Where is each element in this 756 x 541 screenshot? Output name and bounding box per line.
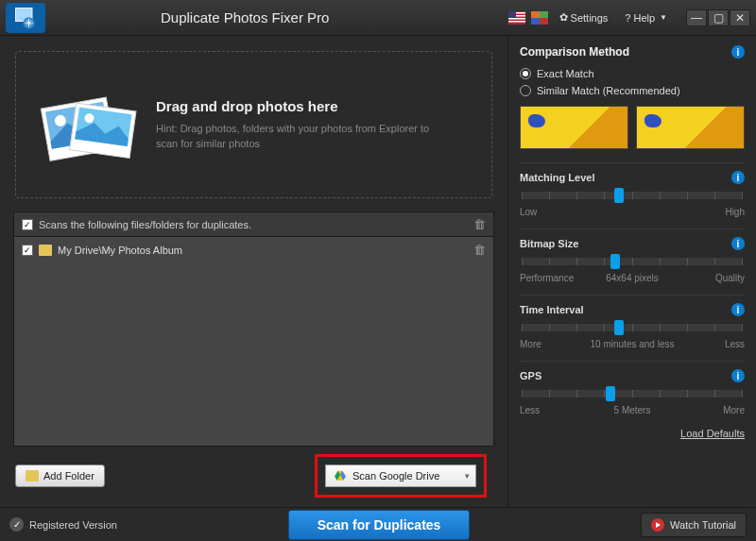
question-icon: ? bbox=[625, 12, 630, 24]
settings-panel: Comparison Method i Exact Match Similar … bbox=[507, 36, 756, 507]
svg-rect-9 bbox=[540, 11, 548, 18]
photos-stack-icon bbox=[35, 82, 139, 167]
folder-icon bbox=[26, 470, 39, 482]
radio-icon bbox=[520, 68, 531, 79]
bitmap-size-slider[interactable] bbox=[522, 258, 743, 265]
item-checkbox[interactable]: ✓ bbox=[22, 245, 33, 256]
svg-rect-10 bbox=[531, 18, 540, 25]
slider-knob[interactable] bbox=[610, 254, 620, 269]
watch-tutorial-label: Watch Tutorial bbox=[670, 519, 736, 531]
help-button[interactable]: ?Help▼ bbox=[619, 10, 673, 25]
check-icon: ✓ bbox=[9, 517, 24, 532]
thumb-1 bbox=[520, 106, 628, 149]
close-button[interactable]: ✕ bbox=[730, 9, 750, 26]
thumb-2 bbox=[636, 106, 745, 149]
drop-zone[interactable]: Drag and drop photos here Hint: Drag pho… bbox=[15, 51, 492, 198]
similar-match-radio[interactable]: Similar Match (Recommended) bbox=[520, 85, 745, 96]
google-drive-icon bbox=[334, 469, 347, 482]
select-all-checkbox[interactable]: ✓ bbox=[22, 219, 33, 230]
trash-icon[interactable]: 🗑 bbox=[473, 217, 486, 231]
highlight-annotation: Scan Google Drive bbox=[315, 454, 487, 498]
bitmap-size-setting: Bitmap Sizei Performance64x64 pixelsQual… bbox=[520, 228, 745, 283]
drop-heading: Drag and drop photos here bbox=[156, 98, 439, 114]
drop-text: Drag and drop photos here Hint: Drag pho… bbox=[156, 98, 439, 151]
matching-level-slider[interactable] bbox=[522, 192, 743, 199]
watch-tutorial-button[interactable]: Watch Tutorial bbox=[641, 513, 747, 537]
gps-slider[interactable] bbox=[522, 390, 743, 397]
info-icon[interactable]: i bbox=[731, 45, 745, 59]
chevron-down-icon: ▼ bbox=[660, 13, 667, 22]
info-icon[interactable]: i bbox=[731, 171, 745, 184]
info-icon[interactable]: i bbox=[731, 369, 745, 382]
svg-rect-11 bbox=[540, 18, 548, 25]
slider-knob[interactable] bbox=[606, 386, 615, 401]
minimize-button[interactable]: — bbox=[686, 9, 707, 26]
scan-google-drive-dropdown[interactable]: Scan Google Drive bbox=[325, 465, 476, 487]
gps-setting: GPSi Less5 MetersMore bbox=[520, 361, 745, 415]
app-logo bbox=[6, 3, 45, 33]
left-panel: Drag and drop photos here Hint: Drag pho… bbox=[0, 36, 507, 507]
settings-label: Settings bbox=[571, 12, 609, 24]
scan-google-drive-label: Scan Google Drive bbox=[352, 470, 439, 482]
registered-status: ✓ Registered Version bbox=[9, 517, 117, 532]
titlebar: Duplicate Photos Fixer Pro ✿Settings ?He… bbox=[0, 0, 756, 36]
gear-icon: ✿ bbox=[559, 11, 568, 24]
play-icon bbox=[651, 518, 664, 532]
time-interval-setting: Time Intervali More10 minutes and lessLe… bbox=[520, 295, 745, 349]
svg-rect-6 bbox=[508, 21, 525, 23]
svg-rect-7 bbox=[508, 11, 516, 18]
svg-rect-8 bbox=[531, 11, 540, 18]
item-path: My Drive\My Photos Album bbox=[58, 245, 182, 256]
scan-list-header: ✓ Scans the following files/folders for … bbox=[14, 212, 493, 237]
radio-icon bbox=[520, 85, 531, 96]
load-defaults-link[interactable]: Load Defaults bbox=[680, 428, 745, 439]
preview-thumbs bbox=[520, 106, 745, 149]
scan-list-header-label: Scans the following files/folders for du… bbox=[39, 219, 251, 230]
add-folder-label: Add Folder bbox=[43, 470, 94, 482]
theme-icon[interactable] bbox=[531, 11, 548, 25]
slider-knob[interactable] bbox=[614, 320, 624, 335]
info-icon[interactable]: i bbox=[731, 303, 745, 316]
similar-match-label: Similar Match (Recommended) bbox=[537, 85, 680, 96]
list-item[interactable]: ✓ My Drive\My Photos Album 🗑 bbox=[14, 237, 493, 262]
info-icon[interactable]: i bbox=[731, 237, 745, 250]
app-title: Duplicate Photos Fixer Pro bbox=[161, 9, 329, 25]
settings-button[interactable]: ✿Settings bbox=[554, 9, 614, 25]
flag-icon[interactable] bbox=[508, 11, 525, 25]
help-label: Help bbox=[633, 12, 655, 24]
svg-rect-5 bbox=[508, 18, 525, 20]
drop-hint: Hint: Drag photos, folders with your pho… bbox=[156, 122, 439, 151]
maximize-button[interactable]: ▢ bbox=[708, 9, 729, 26]
comparison-method-title: Comparison Method i bbox=[520, 45, 745, 59]
left-actions: Add Folder Scan Google Drive bbox=[9, 447, 498, 498]
slider-knob[interactable] bbox=[614, 188, 624, 203]
folder-icon bbox=[39, 245, 52, 256]
scan-list: ✓ Scans the following files/folders for … bbox=[13, 211, 494, 447]
time-interval-slider[interactable] bbox=[522, 324, 743, 331]
item-trash-icon[interactable]: 🗑 bbox=[473, 243, 486, 257]
scan-list-body: ✓ My Drive\My Photos Album 🗑 bbox=[14, 237, 493, 446]
exact-match-label: Exact Match bbox=[537, 68, 594, 79]
main: Drag and drop photos here Hint: Drag pho… bbox=[0, 36, 756, 507]
add-folder-button[interactable]: Add Folder bbox=[15, 465, 105, 487]
scan-duplicates-button[interactable]: Scan for Duplicates bbox=[288, 510, 471, 540]
footer: ✓ Registered Version Scan for Duplicates… bbox=[0, 507, 756, 541]
matching-level-setting: Matching Leveli LowHigh bbox=[520, 162, 745, 217]
exact-match-radio[interactable]: Exact Match bbox=[520, 68, 745, 79]
